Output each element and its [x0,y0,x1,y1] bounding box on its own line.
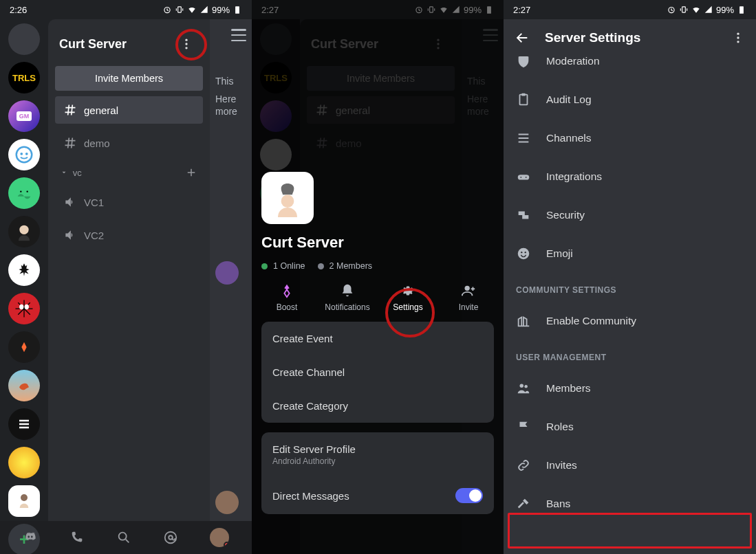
create-channel-item[interactable]: Create Channel [261,355,494,389]
server-profile-card: Edit Server Profile Android Authority Di… [261,432,494,514]
hash-icon [63,103,77,117]
settings-item-integrations[interactable]: Integrations [504,157,756,196]
toggle-switch[interactable] [455,488,483,503]
chat-preview: This Here more [210,19,252,521]
label: Integrations [546,170,602,183]
svg-point-37 [526,177,527,178]
settings-header: Server Settings [504,19,756,56]
voice-channel-vc1[interactable]: VC1 [55,188,203,216]
direct-messages-item[interactable]: Direct Messages [261,477,494,514]
svg-rect-34 [521,93,526,96]
annotation-box [508,513,752,549]
svg-point-30 [737,33,739,35]
server-icon[interactable] [8,293,40,324]
svg-rect-28 [682,7,686,12]
more-icon[interactable] [731,31,745,45]
chat-text: This [215,76,246,87]
chat-text: more [215,106,246,117]
section-community: COMMUNITY SETTINGS [504,273,756,302]
server-icon[interactable] [8,408,40,440]
invite-icon [461,283,476,298]
link-icon [516,458,531,473]
alarm-icon [667,5,676,14]
panel-server-settings: 2:27 99% Server Settings Moderation Audi… [504,0,756,554]
avatar[interactable] [215,261,239,285]
voice-channel-vc2[interactable]: VC2 [55,221,203,249]
avatar[interactable] [215,491,239,514]
settings-item-enable-community[interactable]: Enable Community [504,302,756,340]
server-icon[interactable] [8,485,40,517]
back-icon[interactable] [515,30,530,45]
settings-item-audit-log[interactable]: Audit Log [504,80,756,119]
svg-point-17 [165,532,177,544]
label: Security [546,209,585,221]
settings-item-channels[interactable]: Channels [504,119,756,157]
shield-icon [516,56,531,69]
server-icon[interactable]: GM [8,100,40,132]
add-channel-icon[interactable] [185,166,197,179]
channel-label: general [84,104,118,116]
settings-item-roles[interactable]: Roles [504,408,756,446]
edit-server-profile-item[interactable]: Edit Server Profile Android Authority [261,432,494,477]
svg-point-44 [524,385,528,388]
boost-icon [279,283,294,298]
label: Emoji [546,247,573,260]
action-row: Boost Notifications Settings Invite [261,280,494,312]
wifi-icon [187,5,197,14]
server-icon[interactable] [8,447,40,478]
settings-item-moderation[interactable]: Moderation [504,56,756,80]
invite-button[interactable]: Invite [444,283,493,312]
chat-text: Here [215,93,246,104]
server-icon[interactable] [8,177,40,209]
boost-button[interactable]: Boost [263,283,311,312]
profile-avatar[interactable] [210,528,229,547]
channel-general[interactable]: general [55,96,203,124]
server-title: Curt Server [59,37,127,52]
label: Roles [546,421,574,433]
category-label: vc [73,168,82,178]
svg-point-31 [737,36,739,38]
server-icon[interactable] [8,331,40,363]
server-name: Curt Server [261,234,494,252]
server-icon[interactable] [8,23,40,55]
channel-label: VC2 [84,230,104,241]
label: Edit Server Profile [272,443,356,455]
channel-demo[interactable]: demo [55,129,203,157]
svg-point-6 [20,191,21,192]
chevron-down-icon [61,169,67,176]
server-icon[interactable] [8,254,40,286]
invite-members-button[interactable]: Invite Members [55,66,203,91]
server-icon[interactable] [8,370,40,401]
action-label: Boost [277,302,298,312]
server-icon[interactable]: TRLS [8,62,40,93]
svg-point-41 [521,252,522,253]
create-event-item[interactable]: Create Event [261,322,494,355]
settings-list: Moderation Audit Log Channels Integratio… [504,56,756,554]
battery-icon [233,5,242,14]
svg-point-5 [25,153,28,155]
create-category-item[interactable]: Create Category [261,389,494,423]
notifications-button[interactable]: Notifications [323,283,371,312]
hamburger-icon[interactable] [231,29,246,41]
settings-item-emoji[interactable]: Emoji [504,234,756,273]
gavel-icon [516,496,531,511]
settings-item-invites[interactable]: Invites [504,446,756,485]
settings-item-members[interactable]: Members [504,369,756,408]
server-icon[interactable] [8,216,40,247]
mention-icon[interactable] [163,530,178,545]
settings-item-security[interactable]: Security [504,196,756,234]
phone-icon[interactable] [69,530,85,545]
search-icon[interactable] [116,530,131,545]
section-user-management: USER MANAGEMENT [504,340,756,369]
annotation-circle [175,29,207,60]
clipboard-icon [516,92,531,107]
vc-category-header[interactable]: vc [55,162,203,183]
bottom-nav [0,521,252,554]
server-icon[interactable] [8,139,40,170]
speaker-icon [63,228,77,242]
vibrate-icon [679,5,689,14]
emoji-icon [516,246,531,261]
label: Direct Messages [272,490,349,502]
svg-point-40 [518,248,530,260]
discord-icon[interactable] [23,530,38,545]
